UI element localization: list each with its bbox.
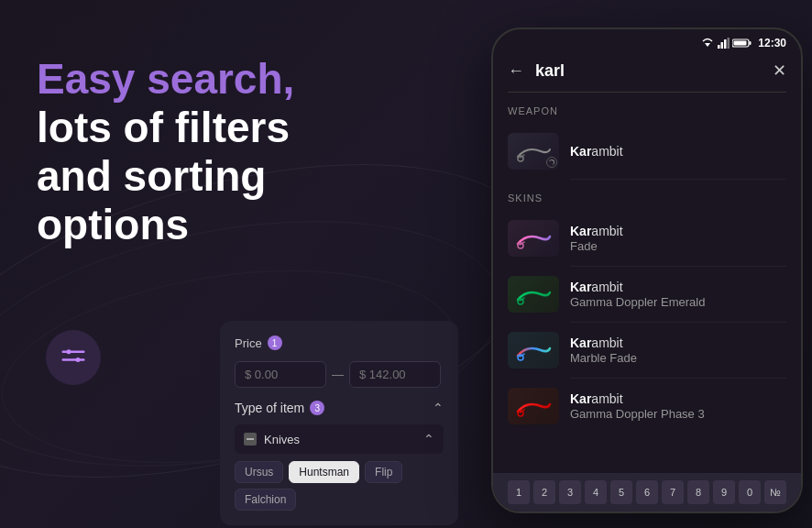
skin-phase3-image [508,388,559,424]
signal-icon [717,38,730,49]
price-label: Price [235,336,262,350]
loading-spinner [549,160,554,165]
headline-line2: lots of filters [37,104,290,151]
key-2[interactable]: 2 [533,480,555,504]
fade-name-rest: ambit [591,224,622,238]
skin-fade-subname: Fade [570,239,786,253]
search-query: karl [535,61,565,80]
item-badge [546,157,557,168]
skin-fade-name: Karambit [570,224,786,239]
karambit-phase3-icon [513,393,554,419]
phase3-highlight: Kar [570,391,591,406]
search-close-button[interactable]: ✕ [773,60,786,81]
price-dash: — [332,368,344,381]
knife-types: Ursus Huntsman Flip Falchion [235,461,444,511]
svg-rect-6 [718,45,720,49]
skin-phase3-info: Karambit Gamma Doppler Phase 3 [570,391,786,421]
headline: Easy search, lots of filters and sorting… [37,55,422,249]
type-chevron-up-icon[interactable]: ⌃ [433,401,444,415]
status-bar: 12:30 [493,29,801,53]
svg-point-1 [67,349,71,354]
skin-gamma-name: Karambit [570,280,786,295]
knife-tag-huntsman[interactable]: Huntsman [289,461,359,483]
knives-row: Knives ⌃ [235,424,444,454]
search-text-container: karl [535,61,762,81]
filter-card: Price 1 — Type of item 3 ⌃ Knives ⌃ Ursu… [220,321,458,525]
marble-highlight: Kar [570,336,591,350]
weapon-section-label: WEAPON [508,105,786,116]
skin-phase3-subname: Gamma Doppler Phase 3 [570,407,786,421]
skin-fade-image [508,220,559,257]
phone-content: WEAPON Karambit SKINS [493,93,801,434]
headline-line1: Easy search, [37,55,294,103]
price-max-input[interactable] [349,361,441,388]
svg-rect-4 [247,438,254,440]
skin-result-fade[interactable]: Karambit Fade [508,211,786,266]
weapon-karambit-name: Karambit [570,144,786,160]
svg-marker-5 [705,43,710,47]
karambit-fade-icon [513,226,554,251]
price-inputs: — [235,361,444,388]
type-badge: 3 [310,401,324,415]
svg-rect-11 [750,41,752,45]
marble-name-rest: ambit [591,336,622,350]
wifi-icon [701,38,714,49]
knife-tag-falchion[interactable]: Falchion [235,489,296,511]
price-min-input[interactable] [235,361,326,388]
headline-line3: and sorting [37,152,266,200]
knives-chevron-icon[interactable]: ⌃ [423,432,434,446]
type-label-group: Type of item 3 [235,401,324,415]
svg-rect-7 [721,42,724,49]
weapon-karambit-info: Karambit [570,144,786,160]
skin-result-marble[interactable]: Karambit Marble Fade [508,323,786,378]
gamma-highlight: Kar [570,280,591,294]
knives-checkbox-icon [244,433,257,446]
status-time: 12:30 [758,37,786,50]
skin-result-gamma-doppler[interactable]: Karambit Gamma Doppler Emerald [508,267,786,322]
key-4[interactable]: 4 [585,480,607,504]
phone-mockup: 12:30 ← karl ✕ WEAPON [491,28,803,513]
knife-tag-flip[interactable]: Flip [365,461,402,483]
key-1[interactable]: 1 [508,480,530,504]
phone-search-bar[interactable]: ← karl ✕ [493,53,801,92]
key-6[interactable]: 6 [636,480,658,504]
svg-rect-9 [728,38,730,49]
skin-gamma-image [508,276,559,313]
skin-marble-subname: Marble Fade [570,351,786,365]
type-label: Type of item [235,401,304,415]
knives-left: Knives [244,433,300,446]
status-icons [701,38,752,49]
key-9[interactable]: 9 [713,480,735,504]
key-3[interactable]: 3 [559,480,581,504]
key-7[interactable]: 7 [662,480,684,504]
karambit-marble-icon [513,337,554,363]
back-arrow-icon[interactable]: ← [508,61,524,81]
weapon-karambit-image [508,133,559,170]
fade-highlight: Kar [570,224,591,238]
minus-icon [246,434,255,444]
phase3-name-rest: ambit [591,391,622,406]
knife-tag-ursus[interactable]: Ursus [235,461,283,483]
search-query-text: karl [535,61,565,80]
key-0[interactable]: 0 [739,480,761,504]
battery-icon [732,38,752,49]
skin-marble-image [508,332,559,368]
weapon-result-karambit[interactable]: Karambit [508,124,786,179]
filter-icon-container[interactable] [46,330,101,385]
skin-fade-info: Karambit Fade [570,224,786,253]
skin-result-phase3[interactable]: Karambit Gamma Doppler Phase 3 [508,379,786,434]
weapon-divider [570,179,786,180]
skin-phase3-name: Karambit [570,391,786,407]
key-5[interactable]: 5 [610,480,632,504]
filter-icon [60,344,87,371]
key-num[interactable]: № [764,480,786,504]
key-8[interactable]: 8 [687,480,709,504]
svg-rect-12 [734,41,747,46]
karambit-name-rest: ambit [591,144,622,159]
svg-rect-8 [724,39,727,49]
price-badge: 1 [268,336,282,350]
skins-section-label: SKINS [508,192,786,204]
skin-marble-info: Karambit Marble Fade [570,336,786,365]
phone-keyboard-hint: 1 2 3 4 5 6 7 8 9 0 № [493,473,801,512]
left-section: Easy search, lots of filters and sorting… [37,55,422,249]
